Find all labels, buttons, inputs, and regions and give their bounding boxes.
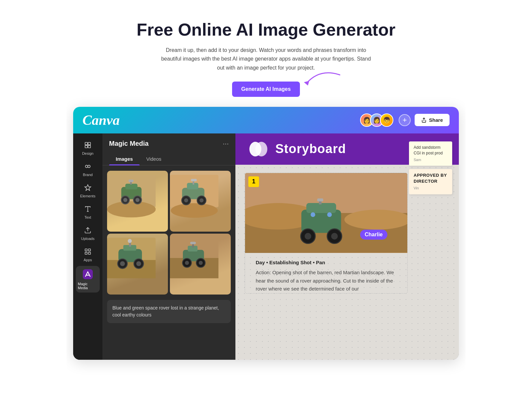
sticky-notes-area: Add sandstorm CGI in post prod Sam APPRO… [409, 141, 452, 194]
svg-marker-8 [85, 185, 91, 190]
svg-rect-13 [88, 249, 90, 251]
apps-icon [84, 248, 91, 257]
image-thumb-4[interactable] [170, 234, 231, 295]
svg-rect-2 [85, 142, 87, 145]
sidebar-item-magic-media[interactable]: Magic Media [76, 266, 100, 293]
sidebar-item-elements[interactable]: Elements [76, 181, 100, 201]
scene-meta: Day • Establishing Shot • Pan [256, 260, 397, 265]
avatars-group: 👩 👩 👦 [360, 113, 393, 127]
canvas-area: Storyboard 1 [235, 133, 459, 360]
svg-rect-16 [83, 269, 93, 279]
rover-image-3 [107, 234, 156, 282]
sidebar-label-design: Design [82, 151, 93, 155]
svg-rect-38 [107, 260, 156, 278]
svg-point-58 [255, 142, 267, 156]
svg-point-7 [88, 165, 90, 167]
panel-header: Magic Media ··· [102, 133, 235, 153]
svg-rect-14 [85, 252, 87, 254]
svg-rect-5 [88, 145, 90, 148]
panel-more-button[interactable]: ··· [223, 139, 229, 148]
scene-card-wrapper: 1 [245, 173, 408, 352]
scene-rover-svg [245, 173, 407, 253]
sidebar-item-brand[interactable]: Brand [76, 159, 100, 179]
svg-rect-70 [317, 198, 323, 201]
svg-point-34 [200, 198, 203, 202]
svg-point-53 [185, 261, 189, 265]
scene-card: 1 [245, 173, 408, 294]
hero-subtitle: Dream it up, then add it to your design.… [160, 46, 372, 72]
scene-number-badge: 1 [248, 176, 259, 187]
sidebar: Design Brand Elements [73, 133, 102, 360]
charlie-label: Charlie [360, 230, 387, 240]
svg-rect-36 [191, 179, 197, 181]
sidebar-label-uploads: Uploads [81, 237, 94, 241]
image-thumb-2[interactable] [170, 171, 231, 232]
storyboard-logo-icon [249, 141, 269, 157]
svg-rect-30 [187, 183, 198, 190]
add-collaborator-button[interactable]: + [399, 114, 411, 126]
rover-image-4 [170, 234, 218, 282]
svg-point-54 [199, 261, 203, 265]
rover-image-2 [170, 171, 218, 219]
rover-image-1 [107, 171, 156, 219]
svg-point-68 [331, 233, 338, 240]
svg-marker-0 [304, 81, 309, 86]
sidebar-label-text: Text [84, 215, 91, 219]
tab-videos[interactable]: Videos [140, 153, 168, 165]
text-icon [84, 205, 91, 214]
svg-rect-12 [85, 249, 87, 251]
storyboard-title: Storyboard [275, 142, 346, 156]
svg-point-28 [171, 203, 218, 218]
share-icon [421, 117, 427, 123]
magic-media-panel: Magic Media ··· Images Videos [102, 133, 235, 360]
sticky-note-2-text: APPROVED BY DIRECTOR [414, 172, 448, 184]
sidebar-item-design[interactable]: Design [76, 138, 100, 158]
share-button[interactable]: Share [415, 114, 450, 126]
svg-point-6 [85, 165, 88, 167]
sidebar-item-apps[interactable]: Apps [76, 245, 100, 265]
svg-point-24 [135, 198, 139, 202]
arrow-decoration [300, 72, 343, 95]
canva-mockup: Canva 👩 👩 👦 + Share [73, 107, 459, 360]
hero-section: Free Online AI Image Generator Dream it … [73, 13, 459, 107]
scene-image: 1 [245, 173, 407, 253]
svg-point-43 [120, 261, 125, 266]
image-grid [102, 171, 235, 295]
sticky-note-2: APPROVED BY DIRECTOR Vin [409, 169, 452, 194]
svg-rect-26 [129, 180, 134, 182]
image-thumb-1[interactable] [107, 171, 168, 232]
design-icon [84, 141, 91, 150]
sidebar-label-magic-media: Magic Media [78, 282, 98, 290]
canva-logo: Canva [82, 112, 120, 128]
sidebar-label-apps: Apps [83, 258, 92, 262]
sticky-note-1-text: Add sandstorm CGI in post prod [414, 145, 448, 156]
svg-rect-56 [190, 242, 196, 244]
svg-point-67 [305, 233, 311, 240]
elements-icon [84, 184, 91, 193]
page-title: Free Online AI Image Generator [73, 20, 459, 40]
uploads-icon [84, 227, 91, 235]
generate-ai-images-button[interactable]: Generate AI Images [232, 82, 300, 97]
sticky-note-1-author: Sam [414, 157, 448, 162]
sidebar-item-uploads[interactable]: Uploads [76, 223, 100, 243]
image-thumb-3[interactable] [107, 234, 168, 295]
magic-media-icon [83, 269, 93, 281]
svg-point-23 [123, 198, 127, 202]
prompt-area[interactable]: Blue and green space rover lost in a str… [107, 300, 231, 323]
svg-rect-3 [88, 142, 90, 145]
panel-tabs: Images Videos [102, 153, 235, 165]
svg-point-44 [136, 261, 141, 266]
svg-point-33 [184, 198, 188, 202]
tab-images[interactable]: Images [109, 153, 140, 165]
scene-description: Day • Establishing Shot • Pan Action: Op… [245, 253, 407, 293]
svg-point-72 [327, 212, 332, 217]
sticky-note-1: Add sandstorm CGI in post prod Sam [409, 141, 452, 166]
sidebar-label-elements: Elements [80, 194, 95, 198]
scene-text: Action: Opening shot of the barren, red … [256, 269, 397, 293]
svg-point-71 [311, 212, 315, 217]
header-right: 👩 👩 👦 + Share [360, 113, 450, 127]
cc-logo-svg [249, 141, 269, 157]
sidebar-label-brand: Brand [83, 173, 92, 177]
sidebar-item-text[interactable]: Text [76, 202, 100, 222]
canva-body: Design Brand Elements [73, 133, 459, 360]
